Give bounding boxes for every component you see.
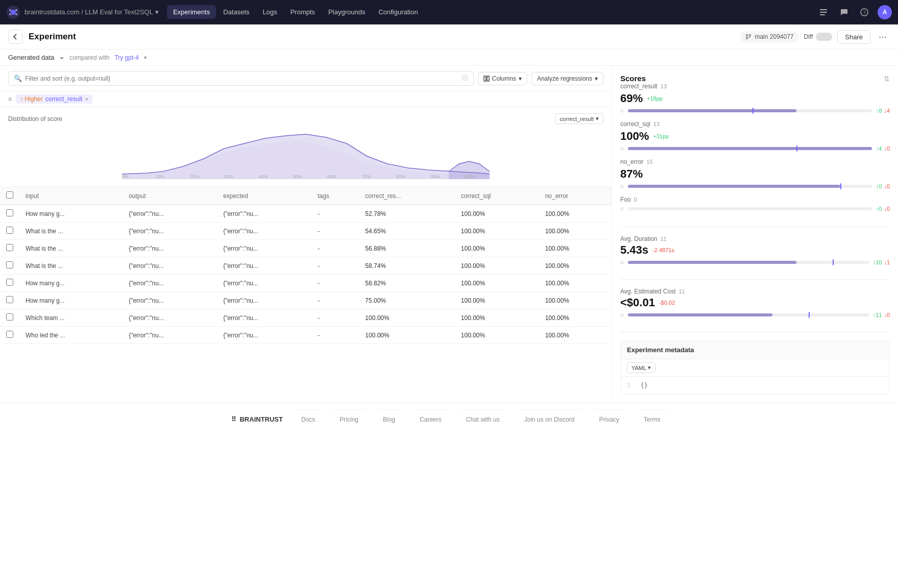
score-foo: Foo 0 ≡ ↑0 ↓0 bbox=[620, 196, 890, 212]
cell-correct-sql-6: 100.00% bbox=[455, 309, 539, 327]
svg-text:90%: 90% bbox=[431, 174, 440, 179]
footer-link-pricing[interactable]: Pricing bbox=[333, 409, 365, 429]
avg-duration-filter-icon[interactable]: ≡ bbox=[620, 259, 624, 266]
nav-configuration[interactable]: Configuration bbox=[372, 5, 424, 19]
cell-input-0: How many g... bbox=[19, 205, 123, 223]
cell-correct-result-3: 58.74% bbox=[359, 257, 454, 275]
diff-switch[interactable] bbox=[816, 33, 832, 41]
row-checkbox-7[interactable] bbox=[6, 331, 13, 338]
chat-icon-button[interactable] bbox=[837, 5, 851, 19]
brand-logo[interactable] bbox=[6, 5, 20, 19]
filter-search-container[interactable]: 🔍 ⓘ bbox=[8, 71, 474, 86]
row-checkbox-1[interactable] bbox=[6, 227, 13, 234]
help-icon-button[interactable]: ? bbox=[857, 5, 871, 19]
avg-duration-arrows: ↑10 ↓1 bbox=[873, 259, 890, 265]
nav-datasets[interactable]: Datasets bbox=[217, 5, 255, 19]
compared-link[interactable]: Try gpt-4 bbox=[114, 54, 139, 61]
footer-link-careers[interactable]: Careers bbox=[414, 409, 448, 429]
compared-dropdown-icon[interactable]: ▾ bbox=[144, 55, 147, 60]
avg-cost-filter-icon[interactable]: ≡ bbox=[620, 311, 624, 318]
analyze-regressions-button[interactable]: Analyze regressions ▾ bbox=[531, 72, 603, 85]
col-expected[interactable]: expected bbox=[217, 187, 311, 205]
breadcrumb-dropdown[interactable]: ▾ bbox=[155, 8, 159, 16]
scores-filter-icon[interactable]: ⇅ bbox=[884, 75, 890, 83]
svg-text:0%: 0% bbox=[122, 174, 129, 179]
columns-button[interactable]: Columns ▾ bbox=[478, 72, 527, 85]
select-all-checkbox[interactable] bbox=[6, 191, 13, 199]
footer-link-privacy[interactable]: Privacy bbox=[593, 409, 625, 429]
svg-rect-16 bbox=[487, 76, 489, 81]
svg-point-13 bbox=[746, 38, 748, 39]
table-row[interactable]: How many g... {"error":"nu... {"error":"… bbox=[0, 292, 612, 309]
more-options-button[interactable]: ⋯ bbox=[876, 30, 890, 44]
footer-link-blog[interactable]: Blog bbox=[377, 409, 401, 429]
table-row[interactable]: What is the ... {"error":"nu... {"error"… bbox=[0, 223, 612, 240]
table-row[interactable]: Which team ... {"error":"nu... {"error":… bbox=[0, 309, 612, 327]
score-filter-btn-no-error[interactable]: ≡ bbox=[620, 183, 624, 190]
branch-text: main 2094077 bbox=[755, 33, 793, 40]
row-checkbox-2[interactable] bbox=[6, 244, 13, 251]
col-no-error[interactable]: no_error bbox=[539, 187, 612, 205]
avg-duration-value: 5.43s bbox=[620, 243, 648, 257]
sidebar-icon-button[interactable] bbox=[816, 5, 831, 19]
score-count-no-error: 15 bbox=[646, 159, 652, 165]
col-output[interactable]: output bbox=[123, 187, 217, 205]
row-checkbox-5[interactable] bbox=[6, 296, 13, 303]
scores-title: Scores bbox=[620, 74, 646, 83]
nav-playgrounds[interactable]: Playgrounds bbox=[322, 5, 371, 19]
score-bar-no-error bbox=[628, 185, 872, 188]
chart-metric-selector[interactable]: correct_result ▾ bbox=[555, 113, 603, 124]
nav-prompts[interactable]: Prompts bbox=[284, 5, 321, 19]
score-correct-sql: correct_sql 13 100% +31pp ≡ ↑4 ↓0 bbox=[620, 120, 890, 152]
nav-experiments[interactable]: Experiments bbox=[167, 5, 216, 19]
sub-header: Experiment main 2094077 Diff Share ⋯ bbox=[0, 24, 898, 50]
active-filter-tag: ↑ Higher Higher correct_result correct_r… bbox=[16, 94, 92, 104]
avg-cost-label: Avg. Estimated Cost bbox=[620, 288, 676, 295]
col-correct-sql[interactable]: correct_sql bbox=[455, 187, 539, 205]
col-tags[interactable]: tags bbox=[311, 187, 359, 205]
row-checkbox-0[interactable] bbox=[6, 209, 13, 216]
arrow-down-no-error: ↓0 bbox=[884, 183, 890, 189]
score-filter-btn-correct-sql[interactable]: ≡ bbox=[620, 145, 624, 152]
table-row[interactable]: Who led the ... {"error":"nu... {"error"… bbox=[0, 327, 612, 344]
data-table-wrapper: input output expected tags correct_res..… bbox=[0, 187, 612, 403]
score-bar-marker-correct-result bbox=[753, 108, 754, 114]
avg-duration-arrow-down: ↓1 bbox=[884, 259, 890, 265]
svg-point-2 bbox=[9, 9, 11, 11]
table-row[interactable]: What is the ... {"error":"nu... {"error"… bbox=[0, 240, 612, 257]
cell-output-6: {"error":"nu... bbox=[123, 309, 217, 327]
table-header-row: input output expected tags correct_res..… bbox=[0, 187, 612, 205]
cell-output-4: {"error":"nu... bbox=[123, 275, 217, 292]
table-row[interactable]: What is the ... {"error":"nu... {"error"… bbox=[0, 257, 612, 275]
cell-expected-5: {"error":"nu... bbox=[217, 292, 311, 309]
data-label-row: Generated data compared with Try gpt-4 ▾ bbox=[0, 50, 898, 66]
user-avatar[interactable]: A bbox=[878, 5, 892, 19]
cell-expected-4: {"error":"nu... bbox=[217, 275, 311, 292]
share-button[interactable]: Share bbox=[837, 30, 870, 44]
yaml-format-button[interactable]: YAML ▾ bbox=[627, 362, 656, 373]
back-button[interactable] bbox=[8, 30, 22, 44]
svg-text:60%: 60% bbox=[327, 174, 336, 179]
score-filter-btn-foo[interactable]: ≡ bbox=[620, 205, 624, 212]
cell-tags-3: - bbox=[311, 257, 359, 275]
col-correct-result[interactable]: correct_res... bbox=[359, 187, 454, 205]
footer-link-docs[interactable]: Docs bbox=[295, 409, 321, 429]
footer-link-discord[interactable]: Join us on Discord bbox=[518, 409, 581, 429]
filter-remove-button[interactable]: × bbox=[85, 96, 88, 102]
filter-bar: 🔍 ⓘ Columns ▾ Analyze regressions ▾ bbox=[0, 66, 612, 91]
col-input[interactable]: input bbox=[19, 187, 123, 205]
footer-link-terms[interactable]: Terms bbox=[638, 409, 667, 429]
footer-link-chat[interactable]: Chat with us bbox=[460, 409, 506, 429]
table-row[interactable]: How many g... {"error":"nu... {"error":"… bbox=[0, 205, 612, 223]
table-row[interactable]: How many g... {"error":"nu... {"error":"… bbox=[0, 275, 612, 292]
score-bar-fill-correct-sql bbox=[628, 147, 872, 150]
data-dropdown-icon[interactable] bbox=[59, 55, 64, 60]
search-input[interactable] bbox=[25, 75, 459, 82]
row-checkbox-3[interactable] bbox=[6, 261, 13, 268]
cell-no-error-3: 100.00% bbox=[539, 257, 612, 275]
row-checkbox-4[interactable] bbox=[6, 279, 13, 286]
row-checkbox-6[interactable] bbox=[6, 313, 13, 321]
score-bar-correct-sql bbox=[628, 147, 872, 150]
nav-logs[interactable]: Logs bbox=[257, 5, 283, 19]
score-filter-btn-correct-result[interactable]: ≡ bbox=[620, 107, 624, 114]
